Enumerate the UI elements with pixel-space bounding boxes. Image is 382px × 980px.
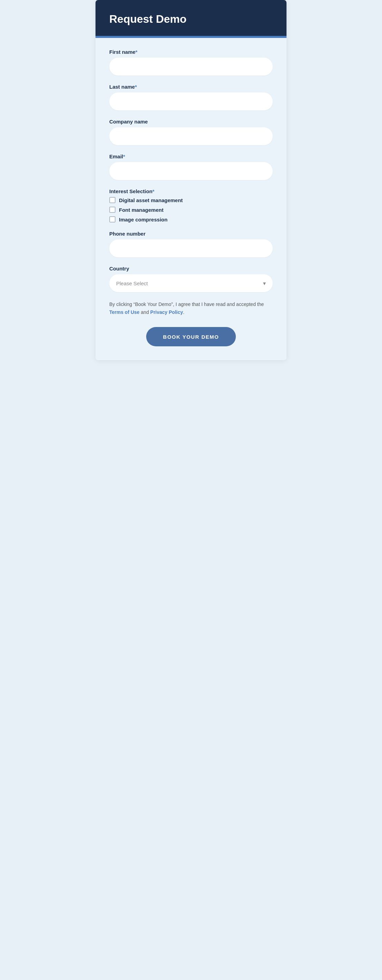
checkbox-font-input[interactable] bbox=[109, 207, 116, 213]
country-select-wrapper: Please Select United States United Kingd… bbox=[109, 274, 273, 292]
checkbox-image[interactable]: Image compression bbox=[109, 216, 273, 223]
checkbox-font-label: Font management bbox=[119, 207, 163, 213]
last-name-input[interactable] bbox=[109, 92, 273, 110]
phone-number-input[interactable] bbox=[109, 239, 273, 257]
first-name-input[interactable] bbox=[109, 57, 273, 76]
company-name-input[interactable] bbox=[109, 127, 273, 145]
checkbox-dam-input[interactable] bbox=[109, 197, 116, 203]
email-label: Email* bbox=[109, 153, 273, 159]
email-input[interactable] bbox=[109, 162, 273, 180]
terms-of-use-link[interactable]: Terms of Use bbox=[109, 309, 139, 315]
phone-number-label: Phone number bbox=[109, 231, 273, 237]
last-name-label: Last name* bbox=[109, 84, 273, 90]
interest-selection-label: Interest Selection* bbox=[109, 188, 273, 194]
form-title: Request Demo bbox=[109, 13, 273, 25]
country-label: Country bbox=[109, 266, 273, 272]
submit-button[interactable]: BOOK YOUR DEMO bbox=[146, 327, 236, 346]
privacy-policy-link[interactable]: Privacy Policy bbox=[150, 309, 183, 315]
country-select[interactable]: Please Select United States United Kingd… bbox=[109, 274, 273, 292]
interest-checkboxes: Digital asset management Font management… bbox=[109, 197, 273, 223]
phone-number-group: Phone number bbox=[109, 231, 273, 257]
checkbox-dam-label: Digital asset management bbox=[119, 197, 183, 203]
terms-text: By clicking “Book Your Demo”, I agree th… bbox=[109, 301, 273, 316]
email-group: Email* bbox=[109, 153, 273, 180]
first-name-label: First name* bbox=[109, 49, 273, 55]
form-body: First name* Last name* Company name Emai… bbox=[95, 38, 287, 360]
request-demo-form: Request Demo First name* Last name* Comp… bbox=[95, 0, 287, 360]
last-name-group: Last name* bbox=[109, 84, 273, 110]
checkbox-image-label: Image compression bbox=[119, 216, 168, 223]
interest-selection-group: Interest Selection* Digital asset manage… bbox=[109, 188, 273, 223]
checkbox-dam[interactable]: Digital asset management bbox=[109, 197, 273, 203]
company-name-group: Company name bbox=[109, 119, 273, 145]
checkbox-image-input[interactable] bbox=[109, 216, 116, 223]
company-name-label: Company name bbox=[109, 119, 273, 124]
form-header: Request Demo bbox=[95, 0, 287, 36]
first-name-group: First name* bbox=[109, 49, 273, 76]
country-group: Country Please Select United States Unit… bbox=[109, 266, 273, 292]
checkbox-font[interactable]: Font management bbox=[109, 207, 273, 213]
